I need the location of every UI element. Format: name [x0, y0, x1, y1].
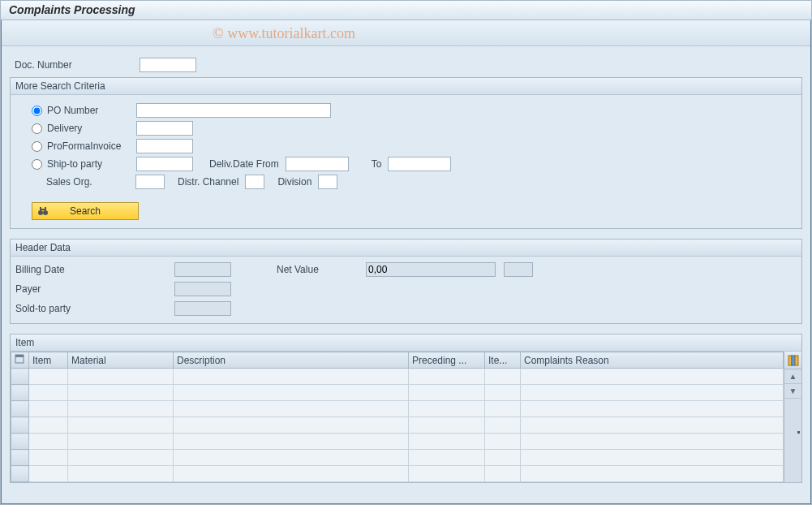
search-button-label: Search [70, 205, 101, 217]
table-row[interactable] [11, 369, 784, 385]
scroll-down-icon[interactable]: ▼ [784, 384, 801, 399]
cell[interactable] [521, 369, 784, 385]
sales-org-input[interactable] [135, 175, 165, 189]
cell[interactable] [521, 385, 784, 401]
deliv-date-to-label: To [372, 158, 382, 170]
division-input[interactable] [318, 175, 337, 189]
scroll-up-icon[interactable]: ▲ [784, 369, 801, 384]
item-grid-title: Item [11, 335, 801, 352]
shipto-input[interactable] [136, 157, 193, 171]
cell[interactable] [29, 466, 68, 482]
cell[interactable] [68, 417, 174, 434]
col-ite[interactable]: Ite... [485, 352, 521, 369]
shipto-radio[interactable] [32, 159, 42, 170]
item-grid-group: Item Item Material [10, 334, 802, 483]
cell[interactable] [485, 466, 521, 482]
row-header[interactable] [11, 385, 29, 401]
po-number-input[interactable] [136, 103, 331, 118]
toolbar-ribbon: © www.tutorialkart.com [2, 20, 810, 46]
row-header[interactable] [11, 450, 29, 466]
table-row[interactable] [11, 401, 784, 417]
cell[interactable] [409, 385, 485, 401]
doc-number-input[interactable] [140, 58, 196, 72]
cell[interactable] [68, 450, 174, 466]
col-item[interactable]: Item [29, 352, 68, 369]
division-label: Division [277, 176, 311, 188]
item-table[interactable]: Item Material Description Preceding ... … [11, 352, 784, 482]
cell[interactable] [68, 401, 174, 417]
cell[interactable] [485, 385, 521, 401]
col-reason[interactable]: Complaints Reason [521, 352, 784, 369]
payer-label: Payer [15, 283, 174, 295]
cell[interactable] [521, 417, 784, 434]
delivery-input[interactable] [136, 121, 193, 136]
svg-rect-4 [41, 209, 45, 210]
cell[interactable] [409, 417, 485, 434]
cell[interactable] [29, 385, 68, 401]
table-row[interactable] [11, 450, 784, 466]
table-row[interactable] [11, 385, 784, 401]
po-number-radio[interactable] [32, 106, 42, 116]
soldto-label: Sold-to party [15, 303, 174, 314]
deliv-date-from-input[interactable] [286, 157, 349, 171]
column-config-icon[interactable] [784, 352, 801, 369]
col-material[interactable]: Material [68, 352, 174, 369]
cell[interactable] [68, 369, 174, 385]
cell[interactable] [521, 401, 784, 417]
billing-date-label: Billing Date [15, 264, 174, 275]
cell[interactable] [29, 434, 68, 450]
col-preceding[interactable]: Preceding ... [409, 352, 485, 369]
table-row[interactable] [11, 466, 784, 482]
cell[interactable] [174, 466, 409, 482]
cell[interactable] [521, 466, 784, 482]
grid-vertical-scrollbar[interactable]: ▲ ▼ [784, 352, 801, 482]
row-header[interactable] [11, 434, 29, 450]
cell[interactable] [174, 450, 409, 466]
cell[interactable] [68, 434, 174, 450]
cell[interactable] [485, 417, 521, 434]
table-row[interactable] [11, 434, 784, 450]
row-header[interactable] [11, 401, 29, 417]
row-header[interactable] [11, 466, 29, 482]
cell[interactable] [174, 417, 409, 434]
cell[interactable] [409, 466, 485, 482]
soldto-output [174, 301, 231, 316]
cell[interactable] [485, 369, 521, 385]
cell[interactable] [174, 385, 409, 401]
cell[interactable] [409, 401, 485, 417]
search-button[interactable]: Search [32, 202, 139, 220]
delivery-radio[interactable] [32, 123, 42, 134]
cell[interactable] [485, 434, 521, 450]
col-description[interactable]: Description [174, 352, 409, 369]
cell[interactable] [174, 401, 409, 417]
cell[interactable] [521, 450, 784, 466]
cell[interactable] [29, 450, 68, 466]
cell[interactable] [29, 417, 68, 434]
cell[interactable] [409, 434, 485, 450]
cell[interactable] [409, 369, 485, 385]
cell[interactable] [485, 450, 521, 466]
proforma-input[interactable] [136, 139, 193, 153]
distr-channel-input[interactable] [245, 175, 264, 189]
watermark-text: © www.tutorialkart.com [213, 25, 355, 42]
cell[interactable] [409, 450, 485, 466]
cell[interactable] [29, 369, 68, 385]
cell[interactable] [29, 401, 68, 417]
cell[interactable] [521, 434, 784, 450]
header-data-group: Header Data Billing Date Net Value Payer… [10, 239, 802, 324]
cell[interactable] [68, 466, 174, 482]
table-row[interactable] [11, 417, 784, 434]
sales-org-label: Sales Org. [46, 176, 135, 188]
proforma-radio[interactable] [32, 141, 42, 152]
svg-rect-2 [40, 207, 41, 210]
cell[interactable] [174, 434, 409, 450]
cell[interactable] [174, 369, 409, 385]
deliv-date-to-input[interactable] [388, 157, 451, 171]
select-all-icon[interactable] [11, 352, 29, 369]
distr-channel-label: Distr. Channel [178, 176, 238, 188]
row-header[interactable] [11, 369, 29, 385]
scroll-track[interactable] [784, 399, 801, 482]
row-header[interactable] [11, 417, 29, 434]
cell[interactable] [68, 385, 174, 401]
cell[interactable] [485, 401, 521, 417]
